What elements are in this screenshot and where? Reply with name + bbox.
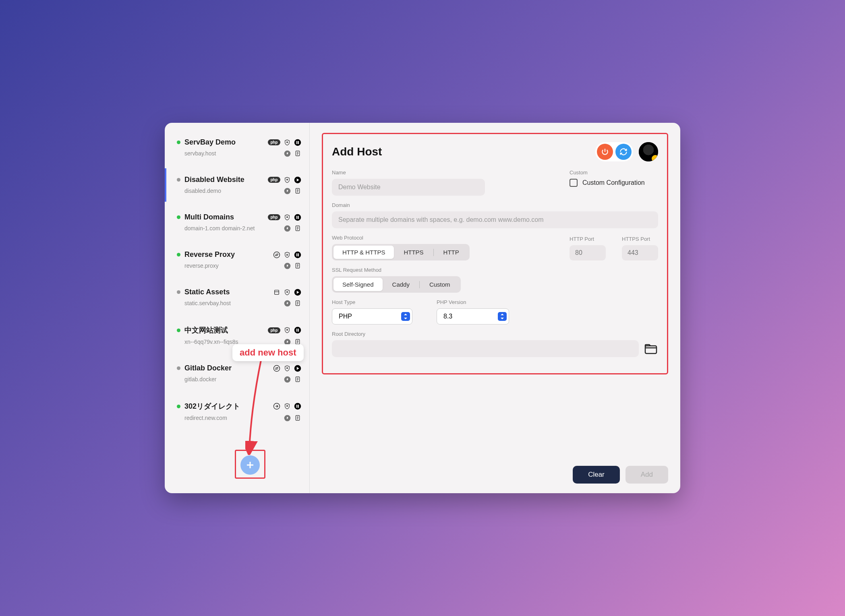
swap-icon — [273, 251, 280, 258]
svg-point-33 — [274, 365, 280, 371]
compass-icon[interactable] — [284, 338, 291, 345]
avatar[interactable]: ✓ — [639, 142, 658, 161]
power-button[interactable] — [597, 144, 613, 160]
clear-button[interactable]: Clear — [573, 466, 620, 484]
shield-icon[interactable] — [284, 289, 291, 296]
https-port-input[interactable] — [622, 245, 658, 260]
name-label: Name — [332, 170, 485, 176]
compass-icon[interactable] — [284, 187, 291, 194]
shield-icon[interactable] — [284, 365, 291, 372]
shield-icon[interactable] — [284, 214, 291, 221]
swap-icon — [273, 365, 280, 372]
note-icon[interactable] — [294, 300, 301, 307]
http-port-input[interactable] — [570, 245, 606, 260]
svg-rect-2 — [296, 141, 297, 144]
play-icon[interactable] — [294, 176, 301, 184]
note-icon[interactable] — [294, 414, 301, 422]
svg-rect-3 — [298, 141, 299, 144]
svg-rect-13 — [298, 216, 299, 219]
status-dot — [177, 141, 180, 144]
refresh-button[interactable] — [615, 144, 632, 160]
sidebar-site-item[interactable]: Multi Domains php domain-1.com domain-2.… — [173, 206, 309, 239]
domain-input[interactable] — [332, 211, 658, 228]
status-dot — [177, 405, 180, 408]
note-icon[interactable] — [294, 338, 301, 345]
svg-point-39 — [287, 405, 288, 407]
protocol-http-https[interactable]: HTTP & HTTPS — [333, 246, 394, 259]
pause-icon[interactable] — [294, 251, 301, 258]
svg-point-1 — [294, 139, 301, 146]
custom-config-checkbox[interactable] — [570, 179, 578, 187]
root-dir-input[interactable] — [332, 340, 639, 357]
sidebar-site-item[interactable]: 中文网站测试 php xn--6qq79v.xn--fiqs8s — [173, 318, 309, 353]
svg-point-40 — [294, 403, 301, 410]
add-host-button[interactable] — [240, 455, 260, 475]
note-icon[interactable] — [294, 376, 301, 383]
svg-rect-45 — [645, 346, 657, 353]
ssl-self-signed[interactable]: Self-Signed — [333, 278, 383, 291]
svg-point-27 — [287, 329, 288, 331]
svg-point-10 — [287, 217, 288, 218]
compass-icon[interactable] — [284, 414, 291, 422]
play-icon[interactable] — [294, 289, 301, 296]
main-panel: Add Host ✓ — [310, 123, 680, 493]
compass-icon[interactable] — [284, 150, 291, 157]
note-icon[interactable] — [294, 187, 301, 194]
add-button[interactable]: Add — [625, 466, 668, 484]
site-domain: servbay.host — [177, 150, 280, 157]
sidebar-site-item[interactable]: ServBay Demo php servbay.host — [173, 131, 309, 164]
ssl-custom[interactable]: Custom — [420, 278, 459, 291]
box-icon — [273, 289, 280, 296]
pause-icon[interactable] — [294, 403, 301, 410]
php-badge: php — [268, 177, 280, 183]
host-type-select[interactable] — [332, 308, 412, 325]
sidebar-site-item[interactable]: 302リダイレクト redirect.new.com — [173, 394, 309, 429]
web-protocol-label: Web Protocol — [332, 235, 553, 241]
ssl-caddy[interactable]: Caddy — [383, 278, 418, 291]
svg-point-34 — [287, 368, 288, 369]
browse-folder-button[interactable] — [644, 342, 658, 355]
https-port-label: HTTPS Port — [622, 236, 658, 242]
site-domain: gitlab.docker — [177, 376, 280, 382]
sidebar-site-item[interactable]: Gitlab Docker gitlab.docker — [173, 357, 309, 390]
sidebar-site-item[interactable]: Disabled Website php disabled.demo — [165, 168, 309, 202]
compass-icon[interactable] — [284, 225, 291, 232]
pause-icon[interactable] — [294, 214, 301, 221]
svg-rect-12 — [296, 216, 297, 219]
pause-icon[interactable] — [294, 327, 301, 334]
shield-icon[interactable] — [284, 139, 291, 146]
shield-icon[interactable] — [284, 327, 291, 334]
note-icon[interactable] — [294, 225, 301, 232]
note-icon[interactable] — [294, 150, 301, 157]
pause-icon[interactable] — [294, 139, 301, 146]
site-domain: xn--6qq79v.xn--fiqs8s — [177, 339, 280, 345]
site-title: Static Assets — [184, 288, 269, 296]
svg-point-11 — [294, 214, 301, 221]
shield-x-icon[interactable] — [284, 251, 291, 258]
compass-icon[interactable] — [284, 300, 291, 307]
protocol-http[interactable]: HTTP — [435, 246, 468, 259]
shield-icon[interactable] — [284, 176, 291, 184]
sidebar-site-item[interactable]: Static Assets static.servbay.host — [173, 281, 309, 314]
note-icon[interactable] — [294, 262, 301, 269]
plus-icon — [245, 460, 255, 470]
ssl-label: SSL Request Method — [332, 267, 658, 273]
sidebar-site-item[interactable]: Reverse Proxy reverse.proxy — [173, 243, 309, 277]
app-window: ServBay Demo php servbay.host Disabled W… — [165, 123, 680, 493]
footer-buttons: Clear Add — [573, 466, 668, 484]
status-dot — [177, 290, 180, 294]
protocol-https[interactable]: HTTPS — [395, 246, 432, 259]
compass-icon[interactable] — [284, 376, 291, 383]
host-type-label: Host Type — [332, 299, 412, 305]
refresh-icon — [619, 148, 628, 156]
shield-icon[interactable] — [284, 403, 291, 410]
php-badge: php — [268, 327, 280, 333]
name-input[interactable] — [332, 179, 485, 196]
sidebar: ServBay Demo php servbay.host Disabled W… — [165, 123, 310, 493]
svg-rect-22 — [275, 290, 279, 294]
page-title: Add Host — [332, 145, 382, 158]
custom-config-label: Custom Configuration — [582, 179, 645, 186]
php-version-select[interactable] — [437, 308, 509, 325]
play-icon[interactable] — [294, 365, 301, 372]
compass-icon[interactable] — [284, 262, 291, 269]
